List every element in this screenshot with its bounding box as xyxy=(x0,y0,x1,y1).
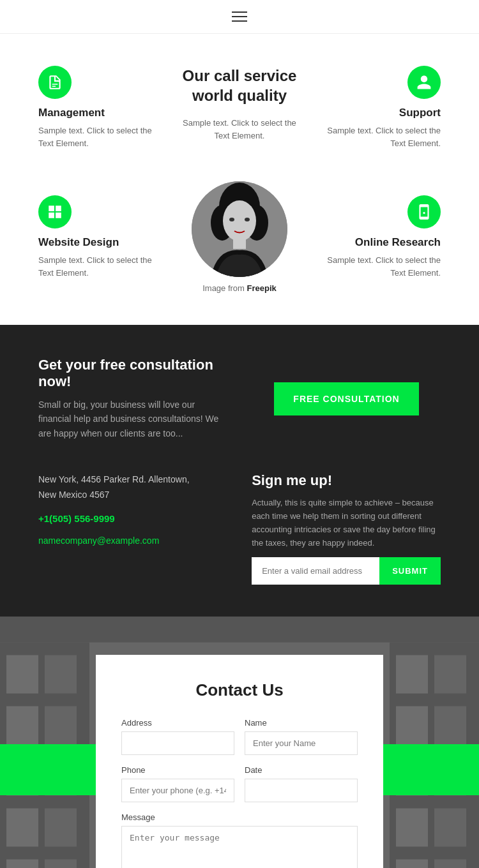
contact-phone[interactable]: +1(505) 556-9999 xyxy=(38,513,115,524)
phone-input[interactable] xyxy=(121,779,234,802)
hamburger-line2 xyxy=(232,16,247,17)
green-accent-left xyxy=(0,744,96,795)
grid-icon xyxy=(47,204,63,220)
hamburger-menu[interactable] xyxy=(232,11,247,22)
signup-heading: Sign me up! xyxy=(252,472,441,489)
svg-rect-19 xyxy=(6,860,38,868)
svg-rect-30 xyxy=(434,809,466,847)
svg-rect-31 xyxy=(396,860,428,868)
online-research-service: Online Research Sample text. Click to se… xyxy=(315,195,441,279)
svg-rect-12 xyxy=(45,655,77,694)
svg-rect-11 xyxy=(6,655,38,694)
consultation-text: Get your free consultation now! Small or… xyxy=(38,357,227,440)
contact-form: Address Name Phone Date Mes xyxy=(121,718,358,868)
contact-email[interactable]: namecompany@example.com xyxy=(38,535,159,546)
email-signup-row: SUBMIT xyxy=(252,557,441,585)
svg-point-6 xyxy=(229,218,234,221)
signup-section: Sign me up! Actually, this is quite simp… xyxy=(252,472,441,585)
email-signup-input[interactable] xyxy=(252,557,379,585)
form-row-1: Address Name xyxy=(121,718,358,755)
document-icon xyxy=(47,74,63,91)
center-desc: Sample text. Click to select the Text El… xyxy=(177,117,303,142)
name-label: Name xyxy=(245,718,358,728)
profile-image xyxy=(192,181,287,277)
management-service: Management Sample text. Click to select … xyxy=(38,66,164,149)
contact-title: Contact Us xyxy=(121,680,358,700)
svg-rect-25 xyxy=(396,707,428,745)
svg-rect-5 xyxy=(233,237,246,249)
date-input[interactable] xyxy=(245,779,358,802)
svg-rect-18 xyxy=(45,809,77,847)
phone-icon xyxy=(416,204,432,220)
svg-rect-13 xyxy=(6,707,38,745)
svg-rect-24 xyxy=(434,655,466,694)
message-label: Message xyxy=(121,812,358,822)
message-group: Message xyxy=(121,812,358,868)
date-group: Date xyxy=(245,765,358,802)
form-row-2: Phone Date xyxy=(121,765,358,802)
address-group: Address xyxy=(121,718,234,755)
contact-section: Contact Us Address Name Phone Date xyxy=(0,617,479,868)
message-textarea[interactable] xyxy=(121,826,358,868)
support-service: Support Sample text. Click to select the… xyxy=(315,66,441,149)
management-desc: Sample text. Click to select the Text El… xyxy=(38,124,164,149)
email-submit-button[interactable]: SUBMIT xyxy=(379,557,441,585)
main-heading: Our call service world quality xyxy=(183,66,297,105)
contact-address: New York, 4456 Parker Rd. Allentown, New… xyxy=(38,472,226,503)
svg-rect-20 xyxy=(45,860,77,868)
online-research-desc: Sample text. Click to select the Text El… xyxy=(315,254,441,279)
contact-info: New York, 4456 Parker Rd. Allentown, New… xyxy=(38,472,226,585)
contact-phone-wrap: +1(505) 556-9999 xyxy=(38,513,226,525)
contact-form-wrapper: Contact Us Address Name Phone Date xyxy=(96,655,383,868)
address-label: Address xyxy=(121,718,234,728)
online-research-icon xyxy=(407,195,441,228)
management-title: Management xyxy=(38,107,164,119)
phone-label: Phone xyxy=(121,765,234,775)
name-group: Name xyxy=(245,718,358,755)
support-title: Support xyxy=(399,107,441,119)
support-desc: Sample text. Click to select the Text El… xyxy=(315,124,441,149)
dark-section: Get your free consultation now! Small or… xyxy=(0,325,479,617)
image-caption: Image from Freepik xyxy=(202,283,277,293)
name-input[interactable] xyxy=(245,731,358,755)
website-design-service: Website Design Sample text. Click to sel… xyxy=(38,195,164,279)
svg-rect-29 xyxy=(396,809,428,847)
svg-rect-26 xyxy=(434,707,466,745)
hamburger-line1 xyxy=(232,11,247,13)
person-icon xyxy=(416,74,432,91)
svg-rect-32 xyxy=(434,860,466,868)
free-consultation-button[interactable]: FREE CONSULTATION xyxy=(274,382,418,415)
svg-point-4 xyxy=(223,200,256,241)
phone-group: Phone xyxy=(121,765,234,802)
consultation-button-wrap: FREE CONSULTATION xyxy=(252,382,441,415)
svg-rect-14 xyxy=(45,707,77,745)
svg-rect-23 xyxy=(396,655,428,694)
website-design-title: Website Design xyxy=(38,236,164,249)
dark-bottom-row: New York, 4456 Parker Rd. Allentown, New… xyxy=(38,472,441,585)
hamburger-line3 xyxy=(232,20,247,22)
consultation-cta: Get your free consultation now! Small or… xyxy=(38,357,441,440)
support-icon xyxy=(407,66,441,99)
profile-svg xyxy=(192,181,287,277)
website-design-desc: Sample text. Click to select the Text El… xyxy=(38,254,164,279)
date-label: Date xyxy=(245,765,358,775)
management-icon xyxy=(38,66,72,99)
services-top-section: Management Sample text. Click to select … xyxy=(0,34,479,168)
services-bottom-section: Website Design Sample text. Click to sel… xyxy=(0,168,479,325)
green-accent-right xyxy=(383,744,479,795)
address-input[interactable] xyxy=(121,731,234,755)
header xyxy=(0,0,479,34)
consultation-heading: Get your free consultation now! xyxy=(38,357,227,390)
contact-email-wrap: namecompany@example.com xyxy=(38,535,226,546)
website-design-icon xyxy=(38,195,72,228)
center-heading-service: Our call service world quality Sample te… xyxy=(177,66,303,149)
online-research-title: Online Research xyxy=(355,236,441,249)
signup-desc: Actually, this is quite simple to achiev… xyxy=(252,497,441,550)
profile-image-section: Image from Freepik xyxy=(177,181,303,293)
consultation-desc: Small or big, your business will love ou… xyxy=(38,398,227,440)
svg-rect-17 xyxy=(6,809,38,847)
svg-point-7 xyxy=(245,218,250,221)
